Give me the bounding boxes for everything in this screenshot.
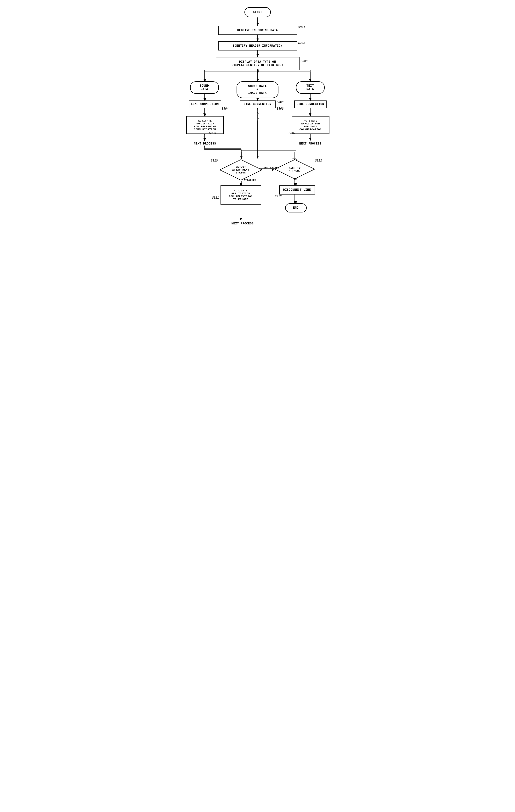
- flowchart: START RECEIVE IN-COMING DATA S301 IDENTI…: [174, 5, 342, 268]
- s306-label: LINE CONNECTION: [244, 103, 272, 106]
- s310-node: DETECTATTACHMENTSTATUS: [219, 159, 263, 181]
- yes-label: YES: [292, 157, 297, 160]
- sound-image-node: SOUND DATA + IMAGE DATA: [237, 81, 278, 98]
- s307-step: S307: [289, 132, 296, 135]
- s313-step: S313: [275, 195, 282, 198]
- next-process-2: NEXT PROCESS: [295, 141, 325, 147]
- s307-label: ACTIVATE APPLICATION FOR DATA COMMUNICAT…: [300, 119, 322, 131]
- s303-label: DISPLAY DATA TYPE ON DISPLAY SECTION OF …: [232, 60, 283, 67]
- next-process-3: NEXT PROCESS: [228, 221, 258, 227]
- start-node: START: [244, 7, 271, 17]
- s308-node: LINE CONNECTION: [294, 100, 327, 108]
- s313-node: DISCONNECT LINE: [279, 185, 315, 195]
- sound-image-label: SOUND DATA + IMAGE DATA: [248, 85, 267, 95]
- s311-node: ACTIVATE APPLICATION FOR TELEVISION TELE…: [220, 185, 261, 205]
- end-node: END: [285, 203, 307, 212]
- next-process-1: NEXT PROCESS: [190, 141, 220, 147]
- s302-label: IDENTIFY HEADER INFORMATION: [233, 44, 282, 48]
- unattached-label: UNATTACHED: [264, 166, 279, 169]
- svg-point-3: [257, 71, 259, 73]
- s302-node: IDENTIFY HEADER INFORMATION: [218, 41, 297, 51]
- s304-step: S304: [222, 107, 229, 111]
- s306-step: S306: [277, 107, 284, 111]
- s301-step: S301: [298, 26, 305, 29]
- s307-node: ACTIVATE APPLICATION FOR DATA COMMUNICAT…: [292, 116, 329, 134]
- s310-step: S310: [211, 159, 218, 163]
- s312-label: WISH TOATTACH?: [289, 167, 301, 172]
- sound-data-node: SOUND DATA: [190, 81, 219, 94]
- s305-node: ACTIVATE APPLICATION FOR TELEPHONE COMMU…: [186, 116, 224, 134]
- s301-label: RECEIVE IN-COMING DATA: [237, 29, 278, 32]
- no-label: NO: [294, 178, 297, 181]
- s303-node: DISPLAY DATA TYPE ON DISPLAY SECTION OF …: [216, 57, 300, 70]
- sound-data-label: SOUND DATA: [200, 84, 209, 91]
- next-process-1-label: NEXT PROCESS: [194, 142, 216, 145]
- s313-label: DISCONNECT LINE: [283, 188, 311, 192]
- s310-label: DETECTATTACHMENTSTATUS: [232, 166, 249, 174]
- next-process-2-label: NEXT PROCESS: [299, 142, 321, 145]
- s312-step: S312: [315, 159, 322, 163]
- s301-node: RECEIVE IN-COMING DATA: [218, 26, 297, 35]
- end-label: END: [293, 206, 299, 210]
- s303-step: S303: [301, 60, 308, 63]
- start-label: START: [253, 10, 262, 14]
- s305-label: ACTIVATE APPLICATION FOR TELEPHONE COMMU…: [194, 119, 216, 131]
- s304-node: LINE CONNECTION: [189, 100, 221, 108]
- attached-label: ATTACHED: [244, 179, 256, 182]
- s308-label: LINE CONNECTION: [296, 103, 324, 106]
- next-process-3-label: NEXT PROCESS: [232, 222, 253, 225]
- text-data-label: TEXT DATA: [306, 84, 314, 91]
- s311-label: ACTIVATE APPLICATION FOR TELEVISION TELE…: [229, 189, 252, 201]
- s304-label: LINE CONNECTION: [191, 103, 219, 106]
- s305-step: S305: [209, 132, 216, 135]
- s306-node: LINE CONNECTION: [240, 100, 276, 108]
- s308-step: S308: [277, 100, 284, 104]
- s311-step: S311: [212, 196, 219, 200]
- s302-step: S302: [298, 41, 305, 45]
- text-data-node: TEXT DATA: [296, 81, 325, 94]
- s312-node: WISH TOATTACH?: [274, 159, 315, 179]
